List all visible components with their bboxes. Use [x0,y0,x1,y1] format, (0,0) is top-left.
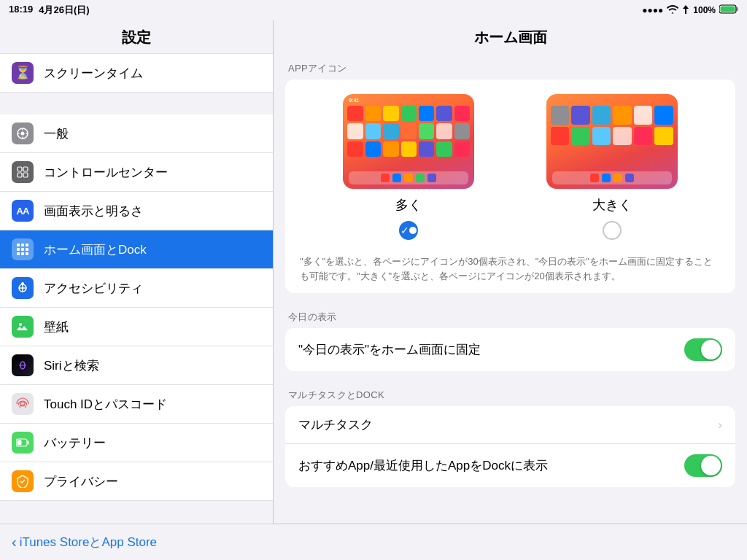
svg-rect-15 [26,244,28,246]
today-view-card: "今日の表示"をホーム画面に固定 [285,328,735,371]
home-preview-large [546,94,678,189]
battery-icon [719,4,738,16]
screentime-icon: ⏳ [12,62,34,84]
sidebar-item-screentime[interactable]: ⏳ スクリーンタイム [0,53,273,93]
control-label: コントロールセンター [44,164,168,181]
sidebar-item-battery[interactable]: バッテリー [0,424,273,462]
wallpaper-icon [12,316,34,338]
more-label: 多く [395,196,422,214]
content-area: ホーム画面 APPアイコン 9:41 [274,20,747,524]
bottom-bar: ‹ iTunes StoreとApp Store [0,524,747,560]
icon-option-large[interactable]: 大きく [511,94,714,240]
sidebar-item-siri[interactable]: Siriと検索 [0,346,273,385]
home-preview-more: 9:41 [343,94,474,189]
back-chevron-icon: ‹ [12,534,17,551]
large-radio[interactable] [603,221,622,240]
svg-rect-21 [26,252,28,255]
wallpaper-label: 壁紙 [44,319,69,335]
status-bar: 18:19 4月26日(日) ●●●● 100% [0,0,747,20]
svg-rect-11 [18,173,22,177]
app-icon-card: 9:41 [285,79,735,293]
pin-today-toggle[interactable] [684,338,722,361]
display-icon: AA [12,200,34,222]
sidebar-spacer-1 [0,93,273,114]
dock-apps-toggle[interactable] [684,454,722,477]
svg-rect-18 [26,248,28,251]
general-icon [12,122,34,144]
svg-rect-17 [21,248,24,251]
svg-rect-20 [21,252,24,255]
svg-rect-13 [17,244,20,246]
multitask-section-label: マルチタスクとDOCK [274,380,747,406]
large-label: 大きく [592,196,632,214]
screentime-label: スクリーンタイム [44,65,143,82]
sidebar-title: 設定 [0,20,273,53]
siri-label: Siriと検索 [44,357,99,374]
app-grid-more [347,106,470,157]
touchid-label: Touch IDとパスコード [44,396,167,413]
accessibility-label: アクセシビリティ [44,280,143,297]
multitask-label: マルチタスク [298,416,373,433]
back-link[interactable]: ‹ iTunes StoreとApp Store [12,534,157,551]
battery-percent: 100% [693,5,716,15]
dock-apps-row[interactable]: おすすめApp/最近使用したAppをDockに表示 [285,444,735,487]
svg-rect-14 [21,244,24,246]
sidebar-item-wallpaper[interactable]: 壁紙 [0,308,273,346]
sidebar: 設定 ⏳ スクリーンタイム 一般 コントロールセンター [0,20,274,524]
icon-option-more[interactable]: 9:41 [307,94,511,240]
app-grid-large [551,106,673,145]
back-link-label: iTunes StoreとApp Store [20,534,157,551]
app-icon-description: "多く"を選ぶと、各ページにアイコンが30個表示され、"今日の表示"をホーム画面… [285,252,735,293]
status-bar-right: ●●●● 100% [642,4,738,16]
dock-more [349,171,468,184]
privacy-icon [12,470,34,492]
sidebar-list: ⏳ スクリーンタイム 一般 コントロールセンター AA [0,53,273,524]
svg-rect-19 [17,252,20,255]
accessibility-icon [12,277,34,299]
wifi-icon [667,5,678,16]
display-label: 画面表示と明るさ [44,203,143,219]
svg-rect-9 [18,167,22,171]
svg-rect-16 [17,248,20,251]
sidebar-spacer-2 [0,501,273,523]
sidebar-item-control[interactable]: コントロールセンター [0,153,273,192]
more-radio[interactable]: ✓ [399,221,418,240]
battery-sidebar-icon [12,432,34,454]
status-date: 4月26日(日) [39,4,89,17]
sidebar-item-touchid[interactable]: Touch IDとパスコード [0,385,273,424]
status-bar-left: 18:19 4月26日(日) [9,4,90,17]
sidebar-item-display[interactable]: AA 画面表示と明るさ [0,192,273,230]
sidebar-item-home[interactable]: ホーム画面とDock [0,230,273,269]
svg-rect-2 [737,7,739,11]
icon-selector: 9:41 [285,79,735,252]
svg-point-26 [19,323,22,326]
check-icon: ✓ [400,225,409,236]
today-view-section-label: 今日の表示 [274,302,747,328]
siri-icon [12,354,34,376]
control-icon [12,161,34,183]
dock-apps-label: おすすめApp/最近使用したAppをDockに表示 [298,457,548,474]
dock-large [552,171,672,184]
status-time: 18:19 [9,4,33,17]
svg-rect-31 [18,440,22,446]
preview-status: 9:41 [343,98,474,103]
sidebar-item-privacy[interactable]: プライバシー [0,462,273,501]
svg-rect-12 [23,173,28,177]
multitask-card: マルチタスク › おすすめApp/最近使用したAppをDockに表示 [285,406,735,487]
privacy-label: プライバシー [44,473,118,490]
battery-label: バッテリー [44,435,106,451]
sidebar-item-accessibility[interactable]: アクセシビリティ [0,269,273,308]
content-title: ホーム画面 [274,20,747,53]
svg-rect-32 [28,441,30,445]
pin-today-row[interactable]: "今日の表示"をホーム画面に固定 [285,328,735,371]
multitask-row[interactable]: マルチタスク › [285,406,735,444]
svg-point-4 [21,132,25,136]
svg-rect-1 [721,7,735,12]
home-icon [12,238,34,260]
sidebar-item-general[interactable]: 一般 [0,114,273,153]
pin-today-label: "今日の表示"をホーム画面に固定 [298,341,481,358]
app-icon-section-label: APPアイコン [274,53,747,79]
main-layout: 設定 ⏳ スクリーンタイム 一般 コントロールセンター [0,20,747,524]
signal-icon: ●●●● [642,5,663,15]
home-label: ホーム画面とDock [44,241,147,258]
